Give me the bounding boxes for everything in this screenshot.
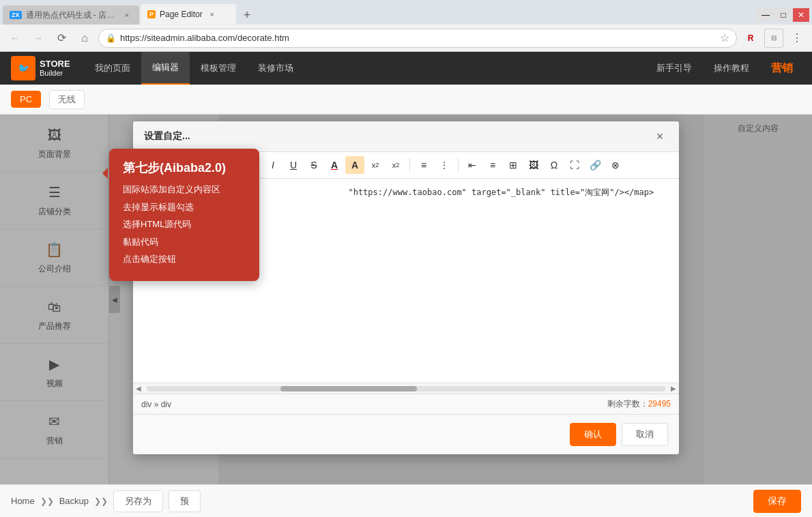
bg-color-button[interactable]: A <box>345 156 364 174</box>
home-button[interactable]: ⌂ <box>75 29 94 48</box>
refresh-button[interactable]: ⟳ <box>52 29 71 48</box>
bookmark-icon[interactable]: ☆ <box>720 31 729 44</box>
font-color-button[interactable]: A <box>325 156 344 174</box>
tab-2-favicon: P <box>147 10 156 18</box>
modal-footer: 确认 取消 <box>133 415 679 454</box>
back-button[interactable]: ← <box>5 29 25 48</box>
callout-title: 第七步(Aibaba2.0) <box>123 160 246 176</box>
modal-close-button[interactable]: × <box>652 128 668 145</box>
nav-item-market[interactable]: 装修市场 <box>247 52 304 85</box>
tab-1-close[interactable]: × <box>121 10 132 20</box>
tab-1[interactable]: ZX 通用热点代码生成 - 店铺... × <box>3 5 139 25</box>
tab-1-label: 通用热点代码生成 - 店铺... <box>26 10 117 21</box>
logo-area: 🐦 STORE Builder <box>11 56 70 80</box>
confirm-button[interactable]: 确认 <box>570 423 616 446</box>
logo-text: STORE Builder <box>40 59 70 78</box>
special-char-button[interactable]: Ω <box>545 156 564 174</box>
insert-table-button[interactable]: ⊞ <box>504 156 523 174</box>
cancel-button[interactable]: 取消 <box>622 423 668 446</box>
minimize-button[interactable]: — <box>757 8 774 22</box>
second-bar: PC 无线 <box>0 85 812 115</box>
extension-btn-2[interactable]: ⊟ <box>764 29 783 48</box>
nav-marketing[interactable]: 营销 <box>763 61 801 76</box>
italic-button[interactable]: I <box>263 156 282 174</box>
top-nav: 🐦 STORE Builder 我的页面 编辑器 模板管理 装修市场 新手引导 … <box>0 52 812 85</box>
callout-step-2: 去掉显示标题勾选 <box>123 201 246 214</box>
insert-link-button[interactable]: 🔗 <box>585 156 605 174</box>
home-link[interactable]: Home <box>11 496 35 506</box>
callout-step-1: 国际站添加自定义内容区 <box>123 183 246 196</box>
backup-link[interactable]: Backup <box>59 496 89 506</box>
scrollbar-thumb[interactable] <box>280 386 417 392</box>
nav-guide[interactable]: 新手引导 <box>648 62 700 74</box>
nav-item-template[interactable]: 模板管理 <box>190 52 247 85</box>
nav-item-mypage[interactable]: 我的页面 <box>84 52 141 85</box>
callout-step-5: 点击确定按钮 <box>123 252 246 266</box>
scroll-right-arrow[interactable]: ▶ <box>668 383 679 394</box>
modal-header: 设置自定... × <box>133 121 679 152</box>
char-count-number: 29495 <box>648 399 671 409</box>
bottom-bar: Home ❯❯ Backup ❯❯ 另存为 预 保存 <box>0 484 812 517</box>
security-icon: 🔒 <box>106 33 116 43</box>
forward-button[interactable]: → <box>29 29 48 48</box>
insert-image-button[interactable]: 🖼 <box>524 156 543 174</box>
nav-tutorial[interactable]: 操作教程 <box>706 62 757 74</box>
logo-icon: 🐦 <box>11 56 35 80</box>
superscript-button[interactable]: x2 <box>366 156 385 174</box>
callout-step-4: 黏贴代码 <box>123 235 246 249</box>
pc-button[interactable]: PC <box>11 91 41 108</box>
nav-right: 新手引导 操作教程 营销 <box>648 61 801 76</box>
editor-status-bar: div » div 剩余字数：29495 <box>133 394 679 415</box>
fullscreen-button[interactable]: ⛶ <box>565 156 584 174</box>
toolbar-sep-2 <box>409 158 410 172</box>
ordered-list-button[interactable]: ⋮ <box>435 156 454 174</box>
home-arrow: ❯❯ <box>40 497 54 506</box>
tab-2-close[interactable]: × <box>207 9 218 20</box>
modal-title: 设置自定... <box>144 130 190 143</box>
save-button[interactable]: 保存 <box>753 490 801 513</box>
save-as-button[interactable]: 另存为 <box>113 490 163 512</box>
maximize-button[interactable]: □ <box>775 8 792 22</box>
unordered-list-button[interactable]: ≡ <box>414 156 433 174</box>
wireless-button[interactable]: 无线 <box>49 90 85 109</box>
backup-arrow: ❯❯ <box>94 497 108 506</box>
remove-link-button[interactable]: ⊗ <box>606 156 625 174</box>
nav-item-editor[interactable]: 编辑器 <box>141 52 190 85</box>
underline-button[interactable]: U <box>284 156 303 174</box>
toolbar-sep-3 <box>458 158 459 172</box>
subscript-button[interactable]: x2 <box>386 156 405 174</box>
tab-2-label: Page Editor <box>160 10 203 19</box>
callout-tooltip: 第七步(Aibaba2.0) 国际站添加自定义内容区 去掉显示标题勾选 选择HT… <box>109 149 259 281</box>
tab-2[interactable]: P Page Editor × <box>141 4 236 25</box>
preview-button[interactable]: 预 <box>169 490 201 512</box>
address-text: https://siteadmin.alibaba.com/decorate.h… <box>120 33 716 43</box>
align-left-button[interactable]: ⇤ <box>463 156 482 174</box>
scroll-left-arrow[interactable]: ◀ <box>133 383 144 394</box>
menu-button[interactable]: ⋮ <box>787 29 807 48</box>
char-count-area: 剩余字数：29495 <box>607 398 671 410</box>
close-button[interactable]: ✕ <box>793 8 809 22</box>
editor-scrollbar[interactable]: ◀ ▶ <box>133 383 679 394</box>
strikethrough-button[interactable]: S <box>304 156 323 174</box>
new-tab-button[interactable]: + <box>237 5 257 25</box>
align-center-button[interactable]: ≡ <box>483 156 502 174</box>
callout-step-3: 选择HTML源代码 <box>123 218 246 231</box>
breadcrumb: div » div <box>141 400 171 409</box>
address-bar[interactable]: 🔒 https://siteadmin.alibaba.com/decorate… <box>98 29 737 48</box>
tab-1-favicon: ZX <box>10 11 22 19</box>
nav-menu: 我的页面 编辑器 模板管理 装修市场 <box>84 52 304 85</box>
extension-btn-1[interactable]: R <box>741 29 760 48</box>
modal-overlay: 设置自定... × </> ◀ 字体 ▾ B I U S A <box>0 115 812 484</box>
